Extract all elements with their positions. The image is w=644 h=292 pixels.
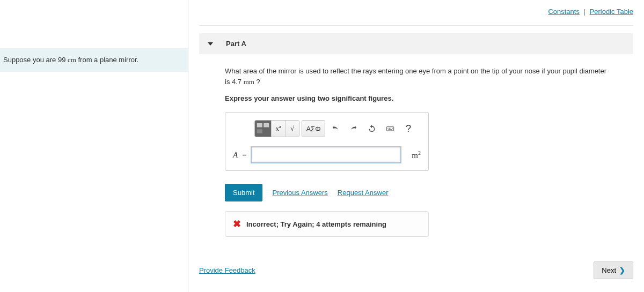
collapse-caret-icon <box>208 42 213 46</box>
top-links: Constants | Periodic Table <box>199 5 633 26</box>
next-button[interactable]: Next ❯ <box>594 261 633 279</box>
question-text: What area of the mirror is used to refle… <box>225 66 608 87</box>
bottom-row: Provide Feedback Next ❯ <box>199 255 633 279</box>
question-post: ? <box>254 78 260 86</box>
link-separator: | <box>584 8 586 16</box>
answer-input[interactable] <box>251 147 401 163</box>
undo-icon <box>331 124 340 133</box>
problem-post: from a plane mirror. <box>76 56 138 64</box>
instruction-text: Express your answer using two significan… <box>225 94 608 102</box>
problem-statement: Suppose you are 99 cm from a plane mirro… <box>0 48 188 72</box>
toolbar-group-format: xa √ <box>254 120 299 137</box>
request-answer-link[interactable]: Request Answer <box>338 189 389 197</box>
toolbar-group-greek: ΑΣΦ <box>302 120 325 137</box>
previous-answers-link[interactable]: Previous Answers <box>272 189 327 197</box>
answer-row: A = m2 <box>233 147 421 163</box>
question-unit: mm <box>244 78 254 86</box>
reset-button[interactable] <box>364 121 380 137</box>
svg-rect-1 <box>264 123 269 128</box>
incorrect-icon: ✖ <box>233 218 241 230</box>
answer-box: xa √ ΑΣΦ <box>225 112 429 171</box>
feedback-box: ✖ Incorrect; Try Again; 4 attempts remai… <box>225 211 429 237</box>
constants-link[interactable]: Constants <box>548 8 580 16</box>
keyboard-icon <box>386 124 394 133</box>
feedback-message: Incorrect; Try Again; 4 attempts remaini… <box>246 220 386 228</box>
problem-pre: Suppose you are 99 <box>3 56 68 64</box>
periodic-table-link[interactable]: Periodic Table <box>590 8 633 16</box>
sqrt-button[interactable]: xa <box>271 121 285 137</box>
part-body: What area of the mirror is used to refle… <box>199 54 633 248</box>
provide-feedback-link[interactable]: Provide Feedback <box>199 266 255 274</box>
help-button[interactable]: ? <box>400 121 416 137</box>
answer-unit: m2 <box>412 150 421 160</box>
part-header[interactable]: Part A <box>199 33 633 54</box>
equals-sign: = <box>242 151 246 160</box>
chevron-right-icon: ❯ <box>619 266 625 274</box>
svg-rect-6 <box>391 128 391 129</box>
svg-rect-3 <box>386 127 393 131</box>
radical-button[interactable]: √ <box>285 121 299 137</box>
svg-rect-8 <box>389 129 392 130</box>
problem-unit: cm <box>68 56 76 64</box>
question-pre: What area of the mirror is used to refle… <box>225 67 606 86</box>
redo-icon <box>349 124 358 133</box>
next-label: Next <box>602 266 616 274</box>
submit-button[interactable]: Submit <box>225 184 262 201</box>
answer-symbol: A <box>233 151 238 160</box>
action-row: Submit Previous Answers Request Answer <box>225 184 608 201</box>
part-label: Part A <box>226 40 246 48</box>
svg-rect-5 <box>389 128 390 129</box>
svg-rect-2 <box>257 129 262 133</box>
equation-toolbar: xa √ ΑΣΦ <box>254 120 421 137</box>
undo-button[interactable] <box>327 121 343 137</box>
keyboard-button[interactable] <box>382 121 398 137</box>
greek-button[interactable]: ΑΣΦ <box>302 121 325 137</box>
templates-icon <box>255 121 271 137</box>
svg-rect-7 <box>392 128 392 129</box>
redo-button[interactable] <box>346 121 362 137</box>
reset-icon <box>368 124 376 133</box>
svg-rect-4 <box>387 128 388 129</box>
svg-rect-0 <box>257 123 262 128</box>
templates-button[interactable] <box>255 121 271 137</box>
